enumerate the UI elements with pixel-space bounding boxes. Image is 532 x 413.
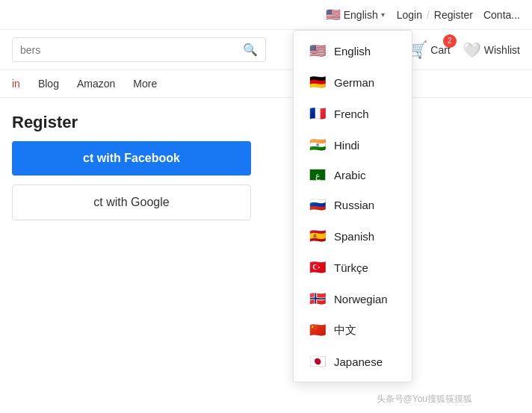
- flag-icon: 🇪🇸: [309, 228, 327, 244]
- secondary-nav: in Blog Amazon More: [0, 70, 532, 98]
- connect-google-button[interactable]: ct with Google: [12, 184, 251, 220]
- lang-dropdown-item[interactable]: 🇳🇴Norwegian: [294, 283, 412, 314]
- search-button[interactable]: 🔍: [243, 43, 258, 57]
- lang-dropdown-item[interactable]: 🇹🇷Türkçe: [294, 252, 412, 283]
- cart-wishlist-area: 🛒 2 Cart 🤍 Wishlist: [407, 40, 520, 60]
- flag-icon: 🇹🇷: [309, 259, 327, 276]
- lang-dropdown-item[interactable]: 🇨🇳中文: [294, 314, 412, 346]
- lang-label: Russian: [334, 199, 374, 211]
- nav-item-sign-in[interactable]: in: [12, 78, 20, 90]
- chevron-down-icon: ▾: [381, 10, 385, 19]
- nav-separator: /: [427, 9, 430, 21]
- nav-item-blog[interactable]: Blog: [38, 78, 59, 90]
- lang-label: Türkçe: [334, 261, 368, 274]
- flag-icon: 🇩🇪: [309, 74, 327, 90]
- flag-icon: 🇳🇴: [309, 291, 327, 307]
- flag-icon: 🇷🇺: [309, 196, 327, 213]
- flag-icon: 🇺🇸: [309, 43, 327, 59]
- heart-icon: 🤍: [463, 41, 481, 59]
- search-input-wrapper: 🔍: [12, 37, 266, 62]
- lang-label: English: [334, 45, 371, 58]
- top-bar: 🇺🇸 English ▾ Login / Register Conta...: [0, 0, 532, 30]
- watermark: 头条号@You搜狐筷摸狐: [377, 393, 472, 406]
- lang-label: Hindi: [334, 139, 359, 152]
- wishlist-button[interactable]: 🤍 Wishlist: [463, 41, 520, 59]
- language-dropdown: 🇺🇸English🇩🇪German🇫🇷French🇮🇳HindiعArabic🇷…: [293, 30, 412, 382]
- lang-dropdown-item[interactable]: 🇮🇳Hindi: [294, 129, 412, 161]
- connect-facebook-button[interactable]: ct with Facebook: [12, 141, 251, 176]
- lang-label: 中文: [334, 323, 356, 338]
- lang-dropdown-item[interactable]: 🇯🇵Japanese: [294, 346, 412, 377]
- selected-lang-flag: 🇺🇸: [326, 7, 341, 22]
- login-link[interactable]: Login: [397, 9, 422, 21]
- lang-dropdown-item[interactable]: 🇺🇸English: [294, 35, 412, 66]
- cart-button[interactable]: 🛒 2 Cart: [407, 40, 450, 60]
- lang-label: German: [334, 76, 374, 89]
- flag-icon: 🇨🇳: [309, 322, 327, 338]
- wishlist-label: Wishlist: [484, 44, 520, 56]
- lang-label: Norwegian: [334, 293, 388, 305]
- cart-badge: 2: [443, 34, 457, 48]
- flag-icon: 🇮🇳: [309, 137, 327, 153]
- lang-dropdown-item[interactable]: 🇷🇺Russian: [294, 189, 412, 220]
- language-selector[interactable]: 🇺🇸 English ▾: [326, 7, 385, 22]
- selected-lang-label: English: [344, 9, 378, 21]
- lang-label: Spanish: [334, 230, 374, 243]
- lang-label: French: [334, 108, 369, 120]
- contact-link[interactable]: Conta...: [483, 9, 520, 21]
- register-title: Register: [12, 113, 520, 132]
- lang-label: Arabic: [334, 169, 366, 181]
- lang-dropdown-item[interactable]: 🇪🇸Spanish: [294, 220, 412, 252]
- flag-icon: 🇫🇷: [309, 105, 327, 122]
- search-input[interactable]: [20, 44, 243, 56]
- lang-dropdown-item[interactable]: عArabic: [294, 161, 412, 189]
- lang-dropdown-item[interactable]: 🇫🇷French: [294, 98, 412, 129]
- flag-icon: ع: [309, 168, 327, 181]
- flag-icon: 🇯🇵: [309, 353, 327, 370]
- nav-item-more[interactable]: More: [133, 78, 157, 90]
- lang-label: Japanese: [334, 355, 383, 368]
- main-content: Register ct with Facebook ct with Google: [0, 98, 532, 235]
- top-nav-links: Login / Register Conta...: [397, 9, 520, 21]
- lang-dropdown-item[interactable]: 🇩🇪German: [294, 66, 412, 98]
- register-link[interactable]: Register: [434, 9, 473, 21]
- search-bar-area: 🔍 🛒 2 Cart 🤍 Wishlist: [0, 30, 532, 70]
- nav-item-amazon[interactable]: Amazon: [77, 78, 115, 90]
